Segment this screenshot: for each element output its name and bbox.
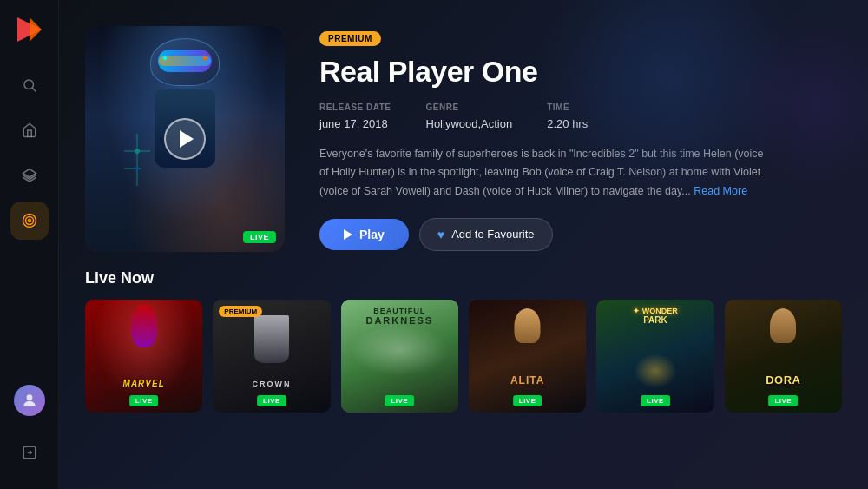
- heart-icon: ♥: [437, 228, 444, 241]
- genre-label: GENRE: [426, 102, 513, 112]
- darkness-live-badge: LIVE: [385, 395, 414, 406]
- live-now-title: Live Now: [85, 269, 842, 287]
- time-label: TIME: [547, 102, 588, 112]
- svg-line-3: [32, 88, 36, 91]
- dora-title: DORA: [725, 373, 842, 387]
- sidebar-item-radio[interactable]: [10, 202, 49, 240]
- genre-meta: GENRE Hollywood,Action: [426, 102, 513, 131]
- main-content: LIVE PREMIUM Real Player One RELEASE DAT…: [59, 0, 868, 489]
- movie-description: Everyone's favorite family of superheroe…: [319, 145, 771, 201]
- sidebar-item-layers[interactable]: [10, 156, 49, 195]
- movie-meta: RELEASE DATE june 17, 2018 GENRE Hollywo…: [319, 102, 833, 131]
- premium-badge: PREMIUM: [319, 31, 381, 46]
- play-button[interactable]: Play: [319, 219, 409, 250]
- genre-value: Hollywood,Action: [426, 117, 513, 130]
- movie-card-marvel[interactable]: MARVEL LIVE: [85, 300, 202, 413]
- sidebar-item-search[interactable]: [10, 66, 49, 104]
- movie-card-crown[interactable]: PREMIUM CROWN LIVE: [213, 300, 330, 413]
- marvel-title: MARVEL: [85, 379, 202, 388]
- time-meta: TIME 2.20 hrs: [547, 102, 588, 131]
- action-buttons: Play ♥ Add to Favourite: [319, 218, 833, 251]
- time-value: 2.20 hrs: [547, 117, 588, 130]
- sidebar-item-exit[interactable]: [10, 433, 49, 472]
- svg-point-2: [24, 80, 34, 89]
- movie-card-wonder[interactable]: ✦ WONDER PARK LIVE: [596, 300, 713, 413]
- movie-card-darkness[interactable]: BEAUTIFUL DARKNESS LIVE: [341, 300, 458, 413]
- svg-marker-1: [30, 17, 42, 42]
- hero-section: LIVE PREMIUM Real Player One RELEASE DAT…: [59, 0, 868, 269]
- movie-poster[interactable]: LIVE: [85, 26, 285, 252]
- dora-live-badge: LIVE: [768, 395, 798, 406]
- live-now-section: Live Now MARVEL LIVE: [59, 269, 868, 426]
- favourite-label: Add to Favourite: [451, 228, 534, 241]
- release-date-meta: RELEASE DATE june 17, 2018: [319, 102, 391, 131]
- wonder-live-badge: LIVE: [641, 395, 670, 406]
- release-date-label: RELEASE DATE: [319, 102, 391, 112]
- poster-live-badge: LIVE: [243, 231, 276, 243]
- svg-point-12: [135, 167, 139, 170]
- sidebar-item-home[interactable]: [10, 111, 49, 149]
- avatar[interactable]: [14, 385, 45, 416]
- read-more-link[interactable]: Read More: [694, 185, 747, 197]
- crown-title: CROWN: [213, 380, 330, 388]
- alita-live-badge: LIVE: [513, 395, 542, 406]
- movie-title: Real Player One: [319, 55, 833, 89]
- marvel-live-badge: LIVE: [129, 395, 159, 406]
- favourite-button[interactable]: ♥ Add to Favourite: [419, 218, 553, 251]
- play-overlay-button[interactable]: [164, 118, 206, 160]
- svg-point-10: [135, 149, 140, 154]
- movies-grid: MARVEL LIVE PREMIUM CROWN LIVE: [85, 300, 842, 413]
- crown-live-badge: LIVE: [257, 395, 286, 406]
- svg-point-6: [26, 394, 32, 400]
- svg-point-5: [28, 220, 30, 222]
- app-logo[interactable]: [14, 14, 45, 45]
- release-date-value: june 17, 2018: [319, 117, 388, 130]
- movie-card-dora[interactable]: DORA LIVE: [725, 300, 842, 413]
- alita-title: ALITA: [469, 374, 586, 387]
- movie-info: PREMIUM Real Player One RELEASE DATE jun…: [319, 26, 833, 252]
- movie-card-alita[interactable]: ALITA LIVE: [469, 300, 586, 413]
- sidebar: [0, 0, 59, 489]
- crown-premium-badge: PREMIUM: [219, 306, 262, 317]
